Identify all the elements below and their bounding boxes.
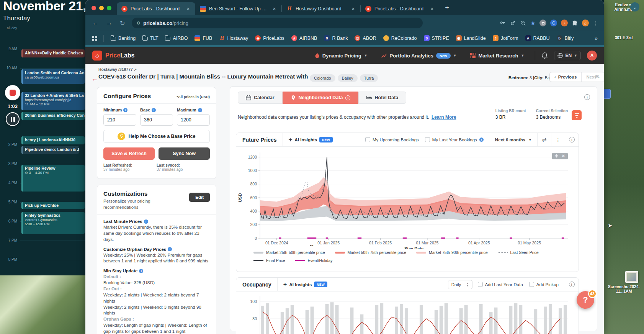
camera-extension-icon[interactable]	[539, 20, 546, 26]
info-icon[interactable]: i	[198, 108, 202, 112]
password-key-icon[interactable]	[499, 20, 506, 26]
window-edge[interactable]	[604, 89, 611, 99]
info-icon[interactable]: i	[139, 269, 143, 273]
compare-icon[interactable]: ⇄	[537, 133, 551, 147]
info-icon[interactable]: i	[168, 247, 172, 251]
new-tab-button[interactable]: ＋	[439, 3, 455, 15]
browser-tab-pricelabs-1[interactable]: ◆ PriceLabs - Dashboard ✕	[117, 2, 195, 15]
minimize-window-button[interactable]	[99, 6, 104, 10]
bookmark-recolorado[interactable]: ReColorado	[380, 34, 420, 43]
notifications-bell-icon[interactable]	[541, 52, 548, 59]
nav-market-research[interactable]: Market Research▼	[470, 53, 524, 59]
listing-title[interactable]: COEV-518 Conifer Dr | Turra | Mountain B…	[98, 73, 322, 80]
bookmark-rabbu[interactable]: ΛRABBU	[522, 34, 553, 43]
close-tab-icon[interactable]: ✕	[185, 6, 191, 12]
bookmark-abor[interactable]: ◎ABOR	[351, 34, 379, 43]
nav-portfolio-analytics[interactable]: Portfolio Analytics New ▼	[381, 53, 457, 59]
forward-button[interactable]: →	[103, 19, 115, 27]
bookmark-airbo[interactable]: AIRBO	[162, 34, 191, 43]
chevron-down-icon[interactable]: ⌄	[630, 2, 639, 11]
calendar-event[interactable]: 32 Landon + Andrew & Stefi Lahttps://str…	[21, 92, 85, 110]
checkbox[interactable]	[365, 137, 370, 142]
back-button[interactable]: ←	[89, 19, 101, 27]
tag-colorado[interactable]: Colorado	[310, 74, 335, 82]
zoom-out-icon[interactable]	[520, 20, 526, 26]
user-avatar[interactable]: A	[587, 51, 597, 61]
close-icon[interactable]: ✕	[595, 73, 600, 80]
maximize-window-button[interactable]	[107, 6, 111, 10]
more-options-icon[interactable]: ⋮	[551, 133, 565, 147]
bookmark-fub[interactable]: FUB	[191, 34, 215, 43]
bookmark-pricelabs[interactable]: ◆PriceLabs	[252, 34, 288, 43]
ai-insights-button[interactable]: ✦ AI Insights NEW	[278, 282, 333, 287]
language-selector[interactable]: EN▼	[554, 51, 581, 60]
sync-now-button[interactable]: Sync Now	[159, 147, 210, 160]
bookmark-bitly[interactable]: bBitly	[554, 34, 577, 43]
calendar-event[interactable]: Finley GymnasticsAcrotex Gymnastics5:30 …	[21, 212, 85, 234]
previous-listing-button[interactable]: ‹Previous	[550, 72, 581, 82]
screenshot-label[interactable]: Screensho 2024-11...1AM	[604, 284, 644, 293]
back-arrow-icon[interactable]: ←	[91, 75, 98, 83]
bookmarks-overflow-icon[interactable]: »	[595, 35, 599, 41]
breadcrumb[interactable]: Hostaway /319777 ↗	[98, 67, 137, 72]
base-price-input[interactable]	[140, 114, 173, 126]
calendar-event[interactable]: Landon Smith and Carleena Anca us06web.z…	[21, 69, 85, 84]
close-window-button[interactable]	[92, 6, 96, 10]
checkbox[interactable]	[478, 282, 483, 287]
bookmark-hostaway[interactable]: HHostaway	[216, 34, 251, 43]
maximum-price-input[interactable]	[177, 114, 210, 126]
site-settings-icon[interactable]: ⚙	[136, 21, 140, 26]
ai-insights-button[interactable]: ✦ AI Insights NEW	[283, 137, 338, 142]
calendar-event[interactable]: AirINN<>Daily Huddle Chelsea	[21, 49, 85, 57]
tab-hotel-data[interactable]: Hotel Data	[358, 92, 406, 104]
help-widget-button[interactable]: ? 43	[577, 291, 594, 309]
edit-customizations-button[interactable]: Edit	[189, 193, 210, 202]
learn-more-link[interactable]: Learn More	[432, 115, 456, 120]
reload-button[interactable]: ↻	[117, 19, 128, 28]
calendar-event[interactable]: 20min Business Efficiency Con	[21, 112, 85, 120]
extensions-puzzle-icon[interactable]	[572, 20, 578, 26]
chart-modebar[interactable]: ✚✕	[552, 153, 568, 159]
future-prices-chart[interactable]: 02004006008001000120001 Dec 202401 Jan 2…	[236, 147, 579, 249]
browser-tab-followupboss[interactable]: Ben Stewart - Follow Up Boss ✕	[195, 2, 281, 15]
close-tab-icon[interactable]: ✕	[350, 6, 356, 12]
calendar-event[interactable]: henry | Landon<>AirINN30	[21, 136, 85, 144]
info-icon[interactable]: i	[479, 138, 484, 142]
bookmark-stripe[interactable]: SSTRIPE	[421, 34, 452, 43]
desktop-file-label[interactable]: 301 E 3rd	[605, 35, 642, 40]
bookmark-tlt[interactable]: TLT	[139, 34, 161, 43]
add-last-year-data-checkbox[interactable]: Add Last Year Data	[478, 282, 523, 287]
tab-neighborhood-data[interactable]: Neighborhood Data i	[283, 92, 359, 104]
browser-tab-hostaway[interactable]: H Hostaway Dashboard ✕	[282, 2, 360, 15]
extension-icon-orange[interactable]: ◔	[561, 20, 568, 26]
info-icon[interactable]: i	[565, 278, 579, 291]
my-upcoming-bookings-checkbox[interactable]: My Upcoming Bookings	[365, 137, 419, 142]
bookmark-landglide[interactable]: ◉LandGlide	[453, 34, 489, 43]
close-tab-icon[interactable]: ✕	[271, 6, 278, 12]
calendar-event[interactable]: Pipeline Review⊙ 3 – 4:30 PM	[21, 165, 85, 192]
bookmark-rbank[interactable]: RR Bank	[321, 34, 351, 43]
calendar-event[interactable]: Pipedrive demo: Landon & Johr	[21, 146, 79, 154]
info-icon[interactable]: i	[565, 133, 579, 147]
info-icon[interactable]: i	[152, 108, 156, 112]
stop-recording-button[interactable]	[5, 85, 20, 100]
bookmark-airbnb[interactable]: ∧AIRBNB	[288, 34, 320, 43]
bookmark-star-icon[interactable]: ★	[530, 20, 536, 27]
close-icon[interactable]: ✕	[562, 154, 565, 159]
browser-tab-pricelabs-2[interactable]: ◆ PriceLabs - Dashboard ✕	[361, 2, 439, 15]
add-pickup-checkbox[interactable]: Add Pickup	[529, 282, 559, 287]
browser-menu-icon[interactable]: ⋮	[593, 20, 598, 26]
bookmark-jotform[interactable]: JJotForm	[490, 34, 521, 43]
pan-icon[interactable]: ✚	[555, 154, 558, 159]
pause-recording-button[interactable]	[6, 112, 20, 126]
apps-grid-icon[interactable]	[92, 36, 94, 38]
bookmark-banking[interactable]: Banking	[108, 34, 139, 43]
extension-icon-c[interactable]: C	[550, 20, 557, 26]
window-controls[interactable]	[85, 6, 117, 15]
checkbox[interactable]	[425, 137, 430, 142]
next-listing-button[interactable]: Next›	[581, 72, 604, 82]
minimum-price-input[interactable]	[103, 114, 136, 126]
info-icon[interactable]: i	[144, 219, 148, 224]
calendar-event[interactable]: Pick up Fin/Chloe	[21, 202, 85, 209]
info-icon[interactable]: i	[123, 108, 127, 112]
